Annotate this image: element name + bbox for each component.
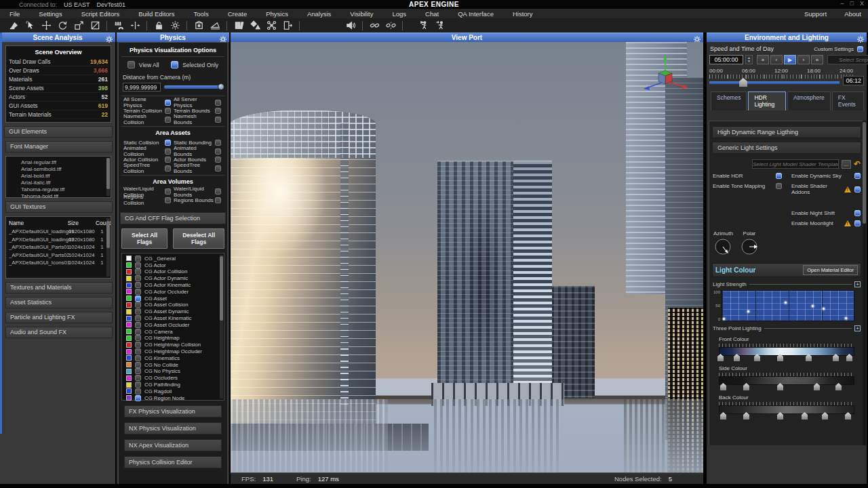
flag-checkbox[interactable] <box>135 282 141 288</box>
shader-template-input[interactable] <box>752 159 839 169</box>
texture-table-row[interactable]: _APXDefaultGUI_Parts011024x10241 <box>9 243 108 251</box>
menu-script-editors[interactable]: Script Editors <box>72 10 130 18</box>
checkbox[interactable] <box>215 157 221 163</box>
rotate-icon[interactable] <box>54 20 71 31</box>
flag-row[interactable]: CG Actor <box>126 262 222 268</box>
custom-settings-checkbox[interactable] <box>857 46 863 52</box>
flag-checkbox[interactable] <box>135 256 141 262</box>
flag-checkbox[interactable] <box>135 375 141 381</box>
flag-row[interactable]: CG Asset <box>126 295 222 302</box>
flag-checkbox[interactable] <box>135 275 141 281</box>
menu-analysis[interactable]: Analysis <box>298 10 340 18</box>
speaker-icon[interactable] <box>342 20 359 31</box>
environment-scrollbar[interactable] <box>863 121 866 476</box>
gradient-handle[interactable] <box>720 383 726 390</box>
checkbox[interactable] <box>165 108 171 114</box>
checkbox[interactable] <box>165 100 171 106</box>
section-font-manager[interactable]: Font Manager <box>5 141 113 152</box>
walk-arrow-icon[interactable] <box>432 20 448 31</box>
time-of-day-input[interactable] <box>709 55 743 64</box>
gear-icon[interactable] <box>856 34 865 42</box>
collapsed-section-physics-collision-editor[interactable]: Physics Collision Editor <box>124 456 222 468</box>
checkbox[interactable] <box>215 148 221 155</box>
texture-table-row[interactable]: _APXDefaultGUI_Icons011024x10241 <box>9 259 108 267</box>
time-spinner[interactable]: ▲▼ <box>745 55 753 64</box>
link-broken-icon[interactable] <box>382 20 399 31</box>
flag-row[interactable]: CG Actor Collision <box>126 268 222 275</box>
gradient-handle[interactable] <box>833 354 839 361</box>
flag-checkbox[interactable] <box>135 342 141 348</box>
flag-row[interactable]: CG Asset Kinematic <box>126 315 222 322</box>
flag-checkbox[interactable] <box>135 268 141 274</box>
flag-row[interactable]: CG Region Node <box>126 394 222 401</box>
flag-row[interactable]: CG Asset Occluder <box>126 321 222 328</box>
menu-chat[interactable]: Chat <box>416 10 448 18</box>
walk-flag-icon[interactable] <box>416 20 432 31</box>
node-graph-icon[interactable] <box>263 20 279 31</box>
menu-physics[interactable]: Physics <box>256 10 298 18</box>
flag-checkbox[interactable] <box>135 308 141 314</box>
checkbox[interactable] <box>854 186 861 192</box>
gradient-handle[interactable] <box>777 383 783 390</box>
tab-hdr-lighting[interactable]: HDR Lighting <box>748 92 786 110</box>
distance-slider[interactable] <box>164 85 223 89</box>
gradient-handle[interactable] <box>806 354 812 361</box>
font-list-item[interactable]: Arial-semibold.tff <box>6 165 111 172</box>
gradient-handle[interactable] <box>814 383 820 390</box>
collapsed-section-particle-and-lighting-fx[interactable]: Particle and Lighting FX <box>5 312 113 323</box>
gradient-handle[interactable] <box>777 412 783 420</box>
reset-shader-icon[interactable]: ↶ <box>854 161 861 167</box>
time-of-day-slider[interactable] <box>709 81 840 84</box>
menu-about[interactable]: About <box>844 10 861 18</box>
font-list-scrollbar[interactable] <box>106 158 110 196</box>
axis-gizmo[interactable] <box>639 52 694 106</box>
viewport-header[interactable]: View Port <box>231 33 703 42</box>
gear-icon[interactable] <box>693 34 701 42</box>
flag-row[interactable]: CG _General <box>126 256 222 262</box>
gear-icon[interactable] <box>219 34 227 42</box>
generic-settings-header[interactable]: Generic Light Settings <box>712 142 861 154</box>
flag-checkbox[interactable] <box>135 348 141 354</box>
gradient-handle[interactable] <box>846 354 852 361</box>
select-icon[interactable] <box>22 20 38 31</box>
books-icon[interactable] <box>231 20 247 31</box>
gradient-handle[interactable] <box>743 383 749 390</box>
deselect-all-flags-button[interactable]: Deselect All Flags <box>173 228 224 249</box>
menu-history[interactable]: History <box>503 10 542 18</box>
gradient-handle[interactable] <box>754 354 760 361</box>
gradient-handle[interactable] <box>845 412 851 420</box>
flag-checkbox[interactable] <box>135 395 141 401</box>
move-icon[interactable] <box>38 20 54 31</box>
menu-support[interactable]: Support <box>804 10 827 18</box>
azimuth-dial[interactable] <box>713 237 732 256</box>
flag-selection-header[interactable]: CG And CFF Flag Selection <box>120 212 226 224</box>
checkbox[interactable] <box>165 197 171 203</box>
menu-qa-interface[interactable]: QA Interface <box>448 10 503 18</box>
flag-checkbox[interactable] <box>135 322 141 328</box>
flag-row[interactable]: CG Pathfinding <box>126 382 222 388</box>
section-gui-textures[interactable]: GUI Textures <box>5 201 113 213</box>
viewport-3d-scene[interactable] <box>231 42 703 472</box>
flag-checkbox[interactable] <box>135 335 141 341</box>
snap-grid-icon[interactable] <box>111 20 127 31</box>
distance-slider-knob[interactable] <box>218 83 224 90</box>
checkbox[interactable] <box>165 165 171 171</box>
flag-checkbox[interactable] <box>135 382 141 388</box>
checkbox[interactable] <box>165 188 171 195</box>
font-list-item[interactable]: Arial-bold.tff <box>6 172 111 179</box>
menu-visibility[interactable]: Visibility <box>340 10 382 18</box>
sun-icon[interactable] <box>167 20 183 31</box>
font-list-item[interactable]: Tahoma-regular.tff <box>6 186 111 192</box>
align-icon[interactable] <box>127 20 143 31</box>
step-forward-button[interactable]: › <box>797 55 810 64</box>
crop-icon[interactable] <box>87 20 103 31</box>
flag-row[interactable]: CG Asset Collision <box>126 302 222 308</box>
flag-checkbox[interactable] <box>135 362 141 368</box>
close-button[interactable]: X <box>860 0 864 7</box>
scene-analysis-header[interactable]: Scene Analysis <box>0 33 115 42</box>
checkbox[interactable] <box>854 173 861 179</box>
time-slider-handle[interactable] <box>739 78 747 87</box>
flag-row[interactable]: CG Kinematics <box>126 354 222 361</box>
flag-checkbox[interactable] <box>135 296 141 302</box>
menu-file[interactable]: File <box>0 10 29 18</box>
